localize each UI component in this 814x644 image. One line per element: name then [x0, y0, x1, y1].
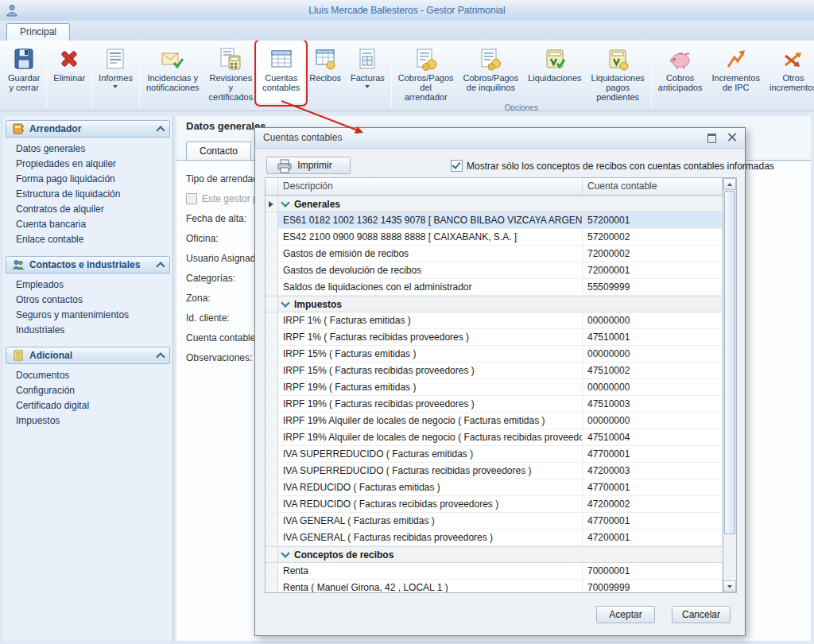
ribbon-button-cobros-anticipados[interactable]: Cobros anticipados: [653, 42, 707, 100]
sidebar-item-contratos-de-alquiler[interactable]: Contratos de alquiler: [3, 202, 172, 217]
disabled-checkbox[interactable]: [186, 193, 197, 204]
sidebar-item-empleados[interactable]: Empleados: [3, 277, 172, 293]
ribbon-group: Cobros anticipadosIncrementos de IPCOtro…: [653, 42, 814, 111]
table-row[interactable]: IRPF 15% ( Facturas recibidas proveedore…: [266, 363, 723, 379]
receipts-icon: [312, 46, 338, 72]
ribbon-group: Eliminar: [48, 42, 90, 111]
sidebar-item-enlace-contable[interactable]: Enlace contable: [3, 232, 172, 247]
row-gutter: [266, 496, 278, 512]
ribbon-button-facturas[interactable]: Facturas: [346, 42, 390, 103]
filter-checkbox[interactable]: [451, 160, 463, 172]
ribbon-button-incrementos-de-ipc[interactable]: Incrementos de IPC: [707, 42, 765, 100]
table-row[interactable]: IVA REDUCIDO ( Facturas emitidas )477000…: [266, 479, 723, 496]
table-row[interactable]: Renta70000001: [266, 563, 723, 580]
save-icon: [11, 46, 37, 72]
table-row[interactable]: IRPF 1% ( Facturas emitidas )00000000: [266, 312, 723, 329]
header-cuenta-contable[interactable]: Cuenta contable: [583, 178, 723, 195]
sidebar-group-adicional[interactable]: Adicional: [6, 347, 170, 364]
cell-descripcion: IRPF 19% Alquiler de locales de negocio …: [278, 429, 583, 445]
table-group-row-generales[interactable]: Generales: [266, 196, 723, 212]
sidebar-item-forma-pago-liquidacion[interactable]: Forma pago liquidación: [3, 172, 172, 187]
ribbon-button-label: Cuentas contables: [262, 73, 300, 92]
ribbon-separator: [391, 45, 392, 107]
table-header: Descripción Cuenta contable: [266, 178, 723, 196]
sidebar-item-industriales[interactable]: Industriales: [3, 323, 172, 338]
ribbon-button-cobros-pagos-de-inquilinos[interactable]: Cobros/Pagos de inquilinos: [459, 42, 524, 103]
scroll-thumb[interactable]: [724, 191, 735, 534]
table-scrollbar[interactable]: [723, 178, 736, 592]
table-row[interactable]: IVA REDUCIDO ( Facturas recibidas provee…: [266, 496, 723, 513]
table-row[interactable]: Gastos de devolución de recibos72000001: [266, 262, 723, 279]
print-button[interactable]: Imprimir: [266, 157, 351, 174]
table-row[interactable]: IVA SUPERREDUCIDO ( Facturas emitidas )4…: [266, 446, 723, 463]
ribbon-group: Incidencias y notificacionesRevisiones y…: [141, 42, 390, 111]
table-row[interactable]: ES61 0182 1002 1362 1435 9078 [ BANCO BI…: [266, 212, 723, 229]
ribbon-button-eliminar[interactable]: Eliminar: [48, 42, 90, 100]
table-row[interactable]: Renta ( Manuel Girona, 42 , LOCAL 1 )700…: [266, 580, 723, 592]
ribbon-button-informes[interactable]: Informes: [94, 42, 138, 100]
sidebar-group-contactos-e-industriales[interactable]: Contactos e industriales: [6, 256, 170, 274]
ribbon-button-label: Guardar y cerrar: [8, 73, 40, 92]
sidebar-group-label: Adicional: [29, 350, 72, 361]
ribbon-button-label: Recibos: [309, 73, 341, 83]
ribbon-button-otros-incrementos[interactable]: Otros incrementos: [765, 42, 814, 100]
ribbon-button-guardar-y-cerrar[interactable]: Guardar y cerrar: [3, 42, 45, 100]
sidebar-item-impuestos[interactable]: Impuestos: [3, 413, 172, 429]
row-gutter: [266, 312, 278, 328]
sidebar-item-otros-contactos[interactable]: Otros contactos: [3, 293, 172, 308]
table-row[interactable]: IRPF 1% ( Facturas recibidas proveedores…: [266, 329, 723, 346]
header-descripcion[interactable]: Descripción: [278, 178, 583, 195]
dialog-restore-icon[interactable]: [705, 132, 718, 143]
accept-button[interactable]: Aceptar: [596, 606, 655, 623]
ribbon-button-cuentas-contables[interactable]: Cuentas contables: [258, 42, 304, 103]
table-row[interactable]: Saldos de liquidaciones con el administr…: [266, 279, 723, 296]
sidebar-group-label: Contactos e industriales: [29, 259, 140, 270]
people-icon: [12, 258, 25, 271]
dialog-titlebar[interactable]: Cuentas contables: [255, 128, 745, 149]
table-row[interactable]: IVA GENERAL ( Facturas emitidas )4770000…: [266, 513, 723, 530]
table-group-row-conceptos-de-recibos[interactable]: Conceptos de recibos: [266, 546, 723, 563]
ribbon-group-caption: [94, 100, 138, 111]
table-row[interactable]: IRPF 19% ( Facturas emitidas )00000000: [266, 379, 723, 396]
table-group-row-impuestos[interactable]: Impuestos: [266, 296, 723, 312]
chevron-expanded-icon[interactable]: [281, 549, 289, 557]
chevron-expanded-icon[interactable]: [281, 298, 289, 307]
sidebar-item-seguros-y-mantenimientos[interactable]: Seguros y mantenimientos: [3, 308, 172, 323]
ribbon-group: Informes: [94, 42, 138, 111]
row-gutter: [266, 279, 278, 295]
table-row[interactable]: IVA GENERAL ( Facturas recibidas proveed…: [266, 530, 723, 546]
ribbon-button-liquidaciones[interactable]: Liquidaciones: [523, 42, 586, 103]
ribbon-button-cobros-pagos-del-arrendador[interactable]: Cobros/Pagos del arrendador: [393, 42, 459, 103]
ribbon-button-recibos[interactable]: Recibos: [304, 42, 346, 103]
sidebar-item-cuenta-bancaria[interactable]: Cuenta bancaria: [3, 217, 172, 232]
dialog-close-icon[interactable]: [726, 132, 738, 143]
sidebar-item-datos-generales[interactable]: Datos generales: [3, 142, 172, 157]
table-row[interactable]: Gastos de emisión de recibos72000002: [266, 246, 723, 262]
sidebar-group-items: EmpleadosOtros contactosSeguros y manten…: [3, 275, 172, 343]
ribbon-button-revisiones-y-certificados[interactable]: Revisiones y certificados: [204, 42, 258, 103]
table-row[interactable]: IRPF 15% ( Facturas emitidas )00000000: [266, 346, 723, 363]
ribbon-button-liquidaciones-pagos-pendientes[interactable]: Liquidaciones pagos pendientes: [587, 42, 649, 103]
table-row[interactable]: IVA SUPERREDUCIDO ( Facturas recibidas p…: [266, 463, 723, 479]
row-gutter: [266, 563, 278, 579]
window-titlebar: Lluis Mercade Ballesteros - Gestor Patri…: [0, 0, 814, 21]
sidebar-group-arrendador[interactable]: Arrendador: [6, 120, 170, 138]
table-row[interactable]: IRPF 19% Alquiler de locales de negocio …: [266, 429, 723, 446]
sidebar-item-propiedades-en-alquiler[interactable]: Propiedades en alquiler: [3, 157, 172, 172]
table-row[interactable]: IRPF 19% ( Facturas recibidas proveedore…: [266, 396, 723, 413]
scroll-up-icon[interactable]: [723, 178, 736, 190]
cancel-button[interactable]: Cancelar: [672, 606, 731, 623]
sidebar-item-certificado-digital[interactable]: Certificado digital: [3, 398, 172, 413]
table-row[interactable]: ES42 2100 0900 9088 8888 8888 [ CAIXABAN…: [266, 229, 723, 246]
tab-principal[interactable]: Principal: [6, 23, 70, 41]
ribbon-group-caption: [653, 100, 814, 111]
tab-contacto[interactable]: Contacto: [186, 142, 251, 160]
ribbon-button-incidencias-y-notificaciones[interactable]: Incidencias y notificaciones: [141, 42, 204, 103]
sidebar-item-configuracion[interactable]: Configuración: [3, 383, 172, 398]
sidebar-item-estructura-de-liquidacion[interactable]: Estructura de liquidación: [3, 187, 172, 202]
filter-checkbox-row[interactable]: Mostrar sólo los conceptos de recibos co…: [451, 160, 774, 172]
table-row[interactable]: IRPF 19% Alquiler de locales de negocio …: [266, 413, 723, 429]
scroll-down-icon[interactable]: [723, 580, 736, 592]
chevron-expanded-icon[interactable]: [281, 198, 289, 207]
sidebar-item-documentos[interactable]: Documentos: [3, 368, 172, 383]
